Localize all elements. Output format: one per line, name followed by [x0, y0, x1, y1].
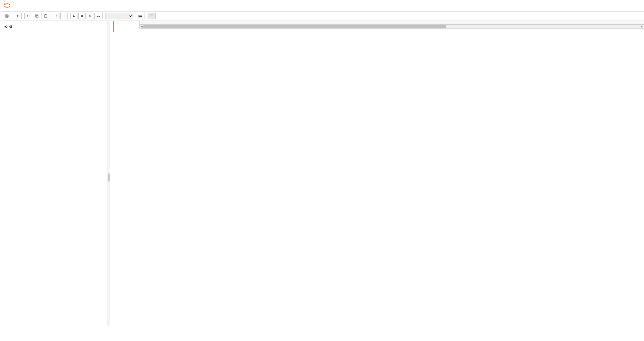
- chart-output: [138, 40, 644, 129]
- toolbar: ✚ ✂ ↑ ↓ ▶ ■ ↻ ▸▸ ☰: [0, 12, 644, 21]
- move-up-button[interactable]: ↑: [53, 13, 60, 19]
- notebook-body: ◀▶: [110, 21, 644, 326]
- stdout-output: [139, 29, 644, 32]
- run-button[interactable]: ▶: [70, 13, 78, 19]
- add-cell-button[interactable]: ✚: [14, 13, 22, 19]
- out-prompt: [113, 35, 138, 129]
- svg-rect-9: [139, 16, 140, 17]
- svg-rect-8: [140, 16, 142, 16]
- main-area: ⟲ ⚙ ◀▶: [0, 21, 644, 326]
- accelerometer-chart: [138, 40, 398, 128]
- output-cell: [113, 35, 644, 129]
- code-horizontal-scrollbar[interactable]: ◀▶: [139, 25, 644, 29]
- svg-rect-6: [138, 15, 142, 17]
- gear-icon[interactable]: ⚙: [9, 25, 12, 29]
- toc-toggle-button[interactable]: ☰: [148, 13, 156, 19]
- restart-button[interactable]: ↻: [86, 13, 94, 19]
- refresh-icon[interactable]: ⟲: [4, 25, 7, 29]
- svg-rect-7: [139, 16, 140, 16]
- svg-point-1: [9, 7, 10, 8]
- copy-button[interactable]: [33, 13, 41, 19]
- stop-button[interactable]: ■: [78, 13, 86, 19]
- sidebar-resize-handle[interactable]: [108, 21, 110, 326]
- jupyter-logo: [3, 2, 12, 9]
- cell-type-select[interactable]: [105, 13, 133, 19]
- in-prompt: [114, 21, 139, 32]
- paste-button[interactable]: [42, 13, 50, 19]
- svg-rect-4: [45, 15, 47, 17]
- move-down-button[interactable]: ↓: [60, 13, 68, 19]
- checkpoint-info: [18, 3, 20, 8]
- svg-point-0: [4, 3, 6, 4]
- svg-rect-5: [45, 14, 46, 15]
- save-button[interactable]: [3, 13, 11, 19]
- code-cell[interactable]: ◀▶: [113, 21, 644, 32]
- run-all-button[interactable]: ▸▸: [94, 13, 103, 19]
- notebook-header: [0, 0, 644, 11]
- svg-rect-3: [36, 16, 38, 18]
- code-editor[interactable]: [139, 21, 644, 25]
- result-repr: [138, 35, 644, 39]
- toc-title: ⟲ ⚙: [3, 25, 105, 29]
- cut-button[interactable]: ✂: [24, 13, 32, 19]
- command-palette-button[interactable]: [136, 13, 145, 19]
- svg-rect-10: [140, 16, 142, 17]
- toc-sidebar: ⟲ ⚙: [0, 21, 108, 326]
